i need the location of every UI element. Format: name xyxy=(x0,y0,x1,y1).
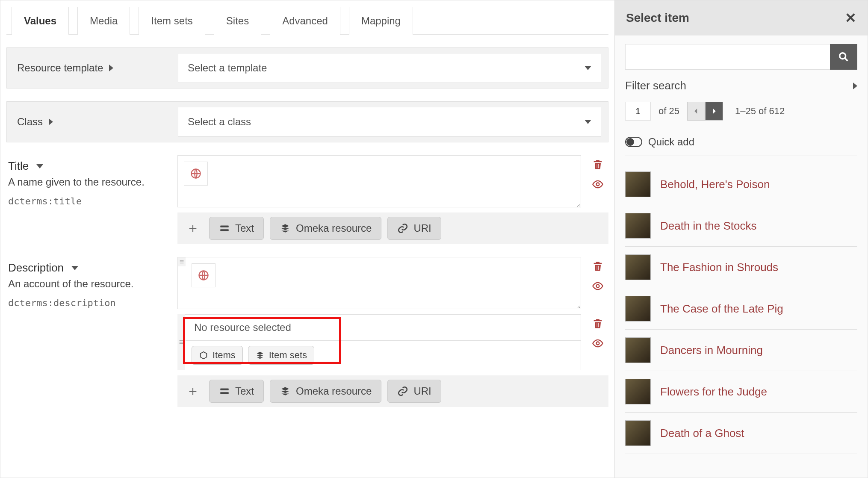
title-types-row: ＋ Text Omeka resource URI xyxy=(177,212,608,244)
list-item[interactable]: Death in the Stocks xyxy=(625,205,857,247)
pager-prev-button[interactable] xyxy=(687,102,705,121)
tab-values[interactable]: Values xyxy=(12,7,69,35)
chevron-down-icon[interactable] xyxy=(36,164,43,168)
type-uri-label: URI xyxy=(413,385,431,397)
add-value-button[interactable]: ＋ xyxy=(183,218,203,239)
class-row: Class Select a class xyxy=(6,101,608,142)
field-title: Title A name given to the resource. dcte… xyxy=(6,155,608,244)
type-text-button[interactable]: Text xyxy=(209,380,264,403)
item-sets-button-label: Item sets xyxy=(269,350,307,361)
search-button[interactable] xyxy=(830,44,857,70)
chevron-right-icon[interactable] xyxy=(853,83,857,89)
tab-sites[interactable]: Sites xyxy=(214,7,261,35)
pager-next-button[interactable] xyxy=(705,102,723,121)
list-item[interactable]: Flowers for the Judge xyxy=(625,371,857,413)
thumbnail xyxy=(625,379,651,404)
svg-rect-7 xyxy=(220,389,229,390)
class-label: Class xyxy=(17,116,43,128)
pager-range: 1–25 of 612 xyxy=(735,106,785,117)
description-desc: An account of the resource. xyxy=(8,278,167,290)
tab-mapping[interactable]: Mapping xyxy=(349,7,413,35)
svg-rect-3 xyxy=(220,229,229,231)
toggle-icon[interactable] xyxy=(625,137,642,147)
filter-search-label[interactable]: Filter search xyxy=(625,79,686,92)
description-resource-value: ≡ No resource selected Items Item sets xyxy=(177,314,581,370)
thumbnail xyxy=(625,213,651,239)
thumbnail xyxy=(625,420,651,446)
svg-rect-2 xyxy=(220,226,229,227)
list-item[interactable]: The Fashion in Shrouds xyxy=(625,247,857,288)
field-description: Description An account of the resource. … xyxy=(6,257,608,407)
page-of-label: of 25 xyxy=(658,106,679,117)
type-omeka-label: Omeka resource xyxy=(296,385,372,397)
globe-icon[interactable] xyxy=(184,162,208,186)
tab-media[interactable]: Media xyxy=(77,7,130,35)
tab-advanced[interactable]: Advanced xyxy=(270,7,340,35)
description-term: dcterms:description xyxy=(8,298,167,308)
eye-icon[interactable] xyxy=(592,178,604,190)
description-value-box: ≡ xyxy=(177,257,581,309)
type-uri-button[interactable]: URI xyxy=(387,380,441,403)
trash-icon[interactable] xyxy=(592,318,604,330)
search-input[interactable] xyxy=(625,44,830,70)
eye-icon[interactable] xyxy=(592,280,604,292)
side-panel: Select item ✕ Filter search of 25 xyxy=(614,0,868,478)
drag-handle-icon[interactable]: ≡ xyxy=(178,257,186,266)
type-omeka-label: Omeka resource xyxy=(296,222,372,234)
item-title: Death in the Stocks xyxy=(660,219,756,233)
type-omeka-button[interactable]: Omeka resource xyxy=(270,217,381,240)
title-value-box xyxy=(177,155,581,207)
chevron-right-icon xyxy=(109,65,113,71)
chevron-right-icon xyxy=(49,118,53,125)
svg-point-6 xyxy=(596,342,599,345)
type-text-label: Text xyxy=(235,385,254,397)
class-placeholder: Select a class xyxy=(188,116,251,128)
title-desc: A name given to the resource. xyxy=(8,176,167,188)
item-title: The Case of the Late Pig xyxy=(660,302,783,316)
svg-point-5 xyxy=(596,285,599,288)
tab-itemsets[interactable]: Item sets xyxy=(139,7,205,35)
eye-icon[interactable] xyxy=(592,337,604,349)
list-item[interactable]: Death of a Ghost xyxy=(625,413,857,454)
list-item[interactable]: The Case of the Late Pig xyxy=(625,288,857,330)
class-select[interactable]: Select a class xyxy=(178,107,601,137)
items-button[interactable]: Items xyxy=(192,346,243,365)
resource-template-select[interactable]: Select a template xyxy=(178,53,601,83)
chevron-down-icon xyxy=(585,66,591,70)
title-name: Title xyxy=(8,159,29,173)
add-value-button[interactable]: ＋ xyxy=(183,381,203,401)
resource-template-placeholder: Select a template xyxy=(188,62,267,74)
trash-icon[interactable] xyxy=(592,159,604,171)
page-input[interactable] xyxy=(625,102,651,121)
svg-point-1 xyxy=(596,183,599,186)
type-omeka-button[interactable]: Omeka resource xyxy=(270,380,381,403)
title-input[interactable] xyxy=(212,156,581,207)
globe-icon[interactable] xyxy=(192,263,216,287)
type-text-button[interactable]: Text xyxy=(209,217,264,240)
quick-add-label: Quick add xyxy=(648,136,694,148)
thumbnail xyxy=(625,171,651,197)
main-pane: Values Media Item sets Sites Advanced Ma… xyxy=(0,0,614,478)
item-title: Behold, Here's Poison xyxy=(660,178,770,191)
type-uri-label: URI xyxy=(413,222,431,234)
svg-rect-8 xyxy=(220,392,229,394)
chevron-down-icon xyxy=(585,120,591,124)
type-uri-button[interactable]: URI xyxy=(387,217,441,240)
list-item[interactable]: Behold, Here's Poison xyxy=(625,164,857,205)
item-sets-button[interactable]: Item sets xyxy=(248,346,314,365)
item-title: Dancers in Mourning xyxy=(660,344,763,357)
resource-template-label: Resource template xyxy=(17,62,103,74)
item-title: The Fashion in Shrouds xyxy=(660,261,778,274)
svg-point-9 xyxy=(840,53,846,59)
list-item[interactable]: Dancers in Mourning xyxy=(625,330,857,371)
resource-template-row: Resource template Select a template xyxy=(6,47,608,89)
description-types-row: ＋ Text Omeka resource URI xyxy=(177,375,608,407)
description-input[interactable] xyxy=(220,257,581,309)
close-icon[interactable]: ✕ xyxy=(845,10,856,26)
thumbnail xyxy=(625,296,651,322)
chevron-down-icon[interactable] xyxy=(71,266,78,270)
trash-icon[interactable] xyxy=(592,260,604,272)
tabs-bar: Values Media Item sets Sites Advanced Ma… xyxy=(6,6,608,35)
svg-point-11 xyxy=(627,139,634,145)
drag-handle-icon[interactable]: ≡ xyxy=(177,314,185,370)
